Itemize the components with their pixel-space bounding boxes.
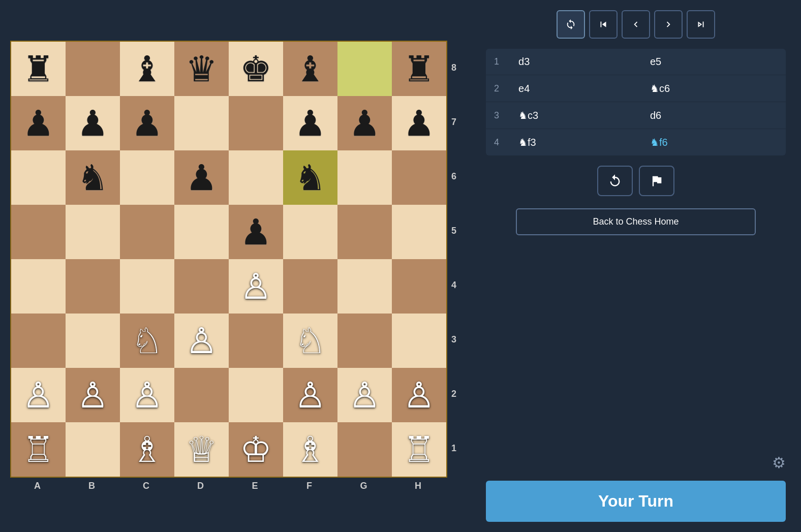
first-move-button[interactable] — [589, 10, 618, 39]
square-h6[interactable] — [392, 150, 446, 205]
square-a5[interactable] — [11, 205, 66, 259]
file-labels: A B C D E F G H — [10, 478, 445, 491]
your-turn-text: Your Turn — [598, 492, 673, 510]
square-f2[interactable]: ♙ — [283, 368, 337, 422]
piece-wq-d1: ♕ — [186, 432, 218, 467]
square-f1[interactable]: ♗ — [283, 422, 337, 477]
square-h7[interactable]: ♟ — [392, 96, 446, 150]
move-4-black[interactable]: ♞f6 — [646, 134, 778, 150]
flag-button[interactable] — [639, 166, 674, 196]
square-a7[interactable]: ♟ — [11, 96, 66, 150]
square-d3[interactable]: ♙ — [174, 314, 229, 368]
square-b7[interactable]: ♟ — [66, 96, 120, 150]
square-d1[interactable]: ♕ — [174, 422, 229, 477]
square-a8[interactable]: ♜ — [11, 42, 66, 96]
square-d8[interactable]: ♛ — [174, 42, 229, 96]
square-h4[interactable] — [392, 259, 446, 314]
square-f4[interactable] — [283, 259, 337, 314]
square-a4[interactable] — [11, 259, 66, 314]
back-to-chess-home-button[interactable]: Back to Chess Home — [516, 208, 756, 235]
square-b1[interactable] — [66, 422, 120, 477]
piece-bp-h7: ♟ — [403, 106, 435, 141]
square-f6[interactable]: ♞ — [283, 150, 337, 205]
rank-4: 4 — [451, 258, 456, 312]
move-row-4: 4 ♞f3 ♞f6 — [486, 129, 786, 155]
square-c3[interactable]: ♘ — [120, 314, 174, 368]
prev-move-button[interactable] — [622, 10, 650, 39]
rank-5: 5 — [451, 204, 456, 258]
square-h5[interactable] — [392, 205, 446, 259]
square-d2[interactable] — [174, 368, 229, 422]
square-e8[interactable]: ♚ — [229, 42, 283, 96]
square-d6[interactable]: ♟ — [174, 150, 229, 205]
rank-1: 1 — [451, 421, 456, 476]
square-h1[interactable]: ♖ — [392, 422, 446, 477]
move-2-white[interactable]: e4 — [514, 81, 646, 97]
square-e3[interactable] — [229, 314, 283, 368]
square-f3[interactable]: ♘ — [283, 314, 337, 368]
rank-3: 3 — [451, 312, 456, 367]
file-h: H — [391, 481, 445, 491]
square-g2[interactable]: ♙ — [337, 368, 392, 422]
square-g8[interactable] — [337, 42, 392, 96]
square-c7[interactable]: ♟ — [120, 96, 174, 150]
piece-wp-c2: ♙ — [131, 378, 163, 413]
piece-wr-a1: ♖ — [22, 432, 54, 467]
square-e1[interactable]: ♔ — [229, 422, 283, 477]
action-buttons — [486, 166, 786, 196]
square-c1[interactable]: ♗ — [120, 422, 174, 477]
square-d7[interactable] — [174, 96, 229, 150]
square-c4[interactable] — [120, 259, 174, 314]
square-h8[interactable]: ♜ — [392, 42, 446, 96]
rotate-button[interactable] — [557, 10, 585, 39]
square-h3[interactable] — [392, 314, 446, 368]
move-1-white[interactable]: d3 — [514, 54, 646, 70]
square-e5[interactable]: ♟ — [229, 205, 283, 259]
square-g7[interactable]: ♟ — [337, 96, 392, 150]
board-with-coords: ♜♝♛♚♝♜♟♟♟♟♟♟♞♟♞♟♙♘♙♘♙♙♙♙♙♙♖♗♕♔♗♖ 8 7 6 5… — [10, 41, 460, 478]
square-d5[interactable] — [174, 205, 229, 259]
square-g4[interactable] — [337, 259, 392, 314]
square-f5[interactable] — [283, 205, 337, 259]
move-4-white[interactable]: ♞f3 — [514, 134, 646, 150]
last-move-button[interactable] — [687, 10, 715, 39]
piece-wp-h2: ♙ — [403, 378, 435, 413]
next-move-button[interactable] — [654, 10, 683, 39]
square-f8[interactable]: ♝ — [283, 42, 337, 96]
square-f7[interactable]: ♟ — [283, 96, 337, 150]
settings-icon[interactable]: ⚙ — [772, 454, 786, 472]
move-1-black[interactable]: e5 — [646, 54, 778, 70]
square-b2[interactable]: ♙ — [66, 368, 120, 422]
square-c5[interactable] — [120, 205, 174, 259]
square-b5[interactable] — [66, 205, 120, 259]
square-c2[interactable]: ♙ — [120, 368, 174, 422]
square-g3[interactable] — [337, 314, 392, 368]
square-c6[interactable] — [120, 150, 174, 205]
square-a2[interactable]: ♙ — [11, 368, 66, 422]
square-h2[interactable]: ♙ — [392, 368, 446, 422]
rank-8: 8 — [451, 41, 456, 95]
square-b3[interactable] — [66, 314, 120, 368]
square-a1[interactable]: ♖ — [11, 422, 66, 477]
square-b6[interactable]: ♞ — [66, 150, 120, 205]
square-g5[interactable] — [337, 205, 392, 259]
square-g1[interactable] — [337, 422, 392, 477]
square-e4[interactable]: ♙ — [229, 259, 283, 314]
square-b4[interactable] — [66, 259, 120, 314]
square-b8[interactable] — [66, 42, 120, 96]
square-a6[interactable] — [11, 150, 66, 205]
square-e2[interactable] — [229, 368, 283, 422]
square-e7[interactable] — [229, 96, 283, 150]
board-section: ♜♝♛♚♝♜♟♟♟♟♟♟♞♟♞♟♙♘♙♘♙♙♙♙♙♙♖♗♕♔♗♖ 8 7 6 5… — [0, 0, 471, 532]
move-2-black[interactable]: ♞c6 — [646, 80, 778, 97]
square-a3[interactable] — [11, 314, 66, 368]
square-c8[interactable]: ♝ — [120, 42, 174, 96]
piece-bp-c7: ♟ — [131, 106, 163, 141]
move-3-white[interactable]: ♞c3 — [514, 107, 646, 123]
square-e6[interactable] — [229, 150, 283, 205]
square-d4[interactable] — [174, 259, 229, 314]
square-g6[interactable] — [337, 150, 392, 205]
takeback-button[interactable] — [597, 166, 633, 196]
move-3-black[interactable]: d6 — [646, 108, 778, 123]
chess-board[interactable]: ♜♝♛♚♝♜♟♟♟♟♟♟♞♟♞♟♙♘♙♘♙♙♙♙♙♙♖♗♕♔♗♖ — [10, 41, 447, 478]
